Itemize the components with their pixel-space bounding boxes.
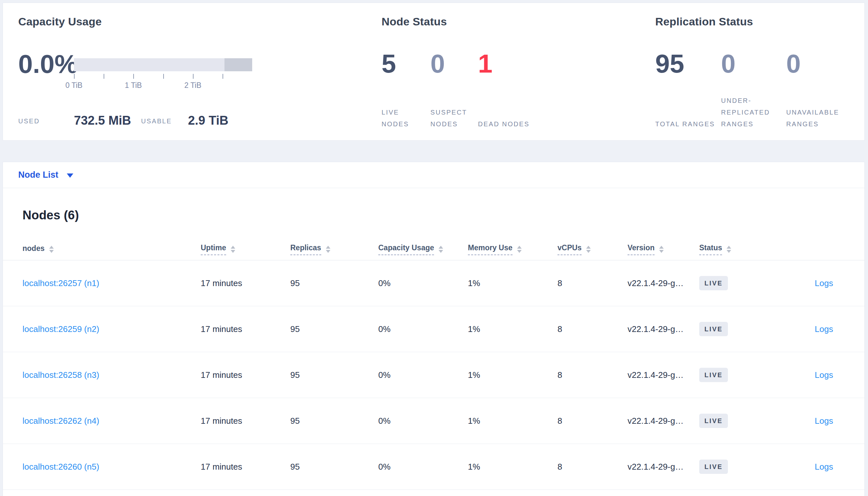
node-cell: localhost:26260 (n5) (3, 462, 201, 472)
node-link[interactable]: localhost:26258 (n3) (23, 370, 99, 380)
replication-status-title: Replication Status (655, 15, 753, 28)
column-header-nodes[interactable]: nodes (3, 244, 201, 254)
total-ranges-stat: 95 TOTAL RANGES (655, 50, 721, 130)
capacity-axis-tick-label: 1 TiB (114, 81, 153, 90)
capacity-usage-cell: 0% (378, 324, 468, 334)
node-link[interactable]: localhost:26262 (n4) (23, 416, 99, 426)
under-replicated-ranges-stat: 0 UNDER-REPLICATED RANGES (721, 50, 786, 130)
uptime-cell: 17 minutes (201, 462, 290, 472)
capacity-axis-tick (223, 74, 223, 79)
sort-icon[interactable] (49, 246, 54, 253)
node-link[interactable]: localhost:26257 (n1) (23, 278, 99, 288)
capacity-bar (74, 58, 252, 71)
status-badge: LIVE (699, 322, 728, 336)
column-header-label: Replicas (290, 244, 321, 255)
capacity-summary: USED 732.5 MiB USABLE 2.9 TiB (18, 113, 344, 129)
node-link[interactable]: localhost:26260 (n5) (23, 462, 99, 471)
uptime-cell: 17 minutes (201, 416, 290, 426)
logs-link[interactable]: Logs (815, 370, 833, 380)
memory-use-cell: 1% (468, 324, 557, 334)
live-nodes-label: LIVE NODES (381, 106, 427, 130)
node-list-dropdown[interactable]: Node List (3, 162, 864, 188)
sort-icon[interactable] (586, 246, 591, 253)
status-badge: LIVE (699, 276, 728, 290)
column-header-status[interactable]: Status (699, 244, 791, 255)
dead-nodes-stat: 1 DEAD NODES (478, 50, 547, 130)
suspect-nodes-label: SUSPECT NODES (430, 106, 475, 130)
total-ranges-label: TOTAL RANGES (655, 118, 718, 130)
suspect-nodes-count: 0 (430, 50, 478, 77)
sort-icon[interactable] (326, 246, 330, 253)
chevron-down-icon (67, 173, 73, 178)
logs-link[interactable]: Logs (815, 462, 833, 471)
sort-icon[interactable] (517, 246, 522, 253)
logs-link[interactable]: Logs (815, 416, 833, 426)
vcpus-cell: 8 (557, 416, 628, 426)
status-cell: LIVE (699, 414, 791, 428)
status-badge: LIVE (699, 368, 728, 382)
version-cell: v22.1.4-29-g… (628, 370, 699, 380)
version-cell: v22.1.4-29-g… (628, 416, 699, 426)
sort-icon[interactable] (438, 246, 443, 253)
logs-cell: Logs (791, 462, 864, 472)
dead-nodes-label: DEAD NODES (478, 118, 543, 130)
logs-link[interactable]: Logs (815, 324, 833, 334)
node-list-dropdown-label: Node List (18, 170, 58, 180)
capacity-usage-cell: 0% (378, 278, 468, 288)
used-label: USED (18, 118, 40, 125)
node-status-stats: 5 LIVE NODES 0 SUSPECT NODES 1 DEAD NODE… (381, 50, 547, 130)
column-header-memory-use[interactable]: Memory Use (468, 244, 557, 255)
column-header-label: Uptime (201, 244, 226, 255)
logs-link[interactable]: Logs (815, 278, 833, 288)
column-header-label: Version (628, 244, 655, 255)
column-header-label: Capacity Usage (378, 244, 434, 255)
capacity-axis-tick (133, 74, 134, 79)
column-header-vcpus[interactable]: vCPUs (557, 244, 628, 255)
live-nodes-stat: 5 LIVE NODES (381, 50, 430, 130)
unavailable-ranges-stat: 0 UNAVAILABLE RANGES (786, 50, 864, 130)
nodes-table-body: localhost:26257 (n1) 17 minutes 95 0% 1%… (3, 260, 864, 490)
node-status-panel: Node Status 5 LIVE NODES 0 SUSPECT NODES… (381, 3, 629, 140)
status-cell: LIVE (699, 322, 791, 336)
column-header-uptime[interactable]: Uptime (201, 244, 290, 255)
capacity-axis-tick (163, 74, 164, 79)
capacity-axis-tick-label: 0 TiB (55, 81, 93, 90)
under-replicated-ranges-count: 0 (721, 50, 786, 77)
column-header-label: Status (699, 244, 722, 255)
capacity-used-percent: 0.0% (18, 51, 77, 77)
column-header-replicas[interactable]: Replicas (290, 244, 378, 255)
node-cell: localhost:26257 (n1) (3, 278, 201, 288)
unavailable-ranges-count: 0 (786, 50, 864, 77)
uptime-cell: 17 minutes (201, 370, 290, 380)
node-link[interactable]: localhost:26259 (n2) (23, 324, 99, 334)
table-row: localhost:26260 (n5) 17 minutes 95 0% 1%… (3, 444, 864, 490)
node-cell: localhost:26259 (n2) (3, 324, 201, 334)
version-cell: v22.1.4-29-g… (628, 462, 699, 472)
capacity-usage-cell: 0% (378, 370, 468, 380)
capacity-usage-cell: 0% (378, 416, 468, 426)
uptime-cell: 17 minutes (201, 324, 290, 334)
replicas-cell: 95 (290, 324, 378, 334)
status-badge: LIVE (699, 414, 728, 428)
sort-icon[interactable] (727, 246, 731, 253)
logs-cell: Logs (791, 324, 864, 334)
sort-icon[interactable] (231, 246, 235, 253)
column-header-capacity-usage[interactable]: Capacity Usage (378, 244, 468, 255)
capacity-bar-reserved-segment (224, 58, 252, 71)
column-header-version[interactable]: Version (628, 244, 699, 255)
logs-cell: Logs (791, 416, 864, 426)
unavailable-ranges-label: UNAVAILABLE RANGES (786, 106, 860, 130)
status-cell: LIVE (699, 460, 791, 474)
vcpus-cell: 8 (557, 324, 628, 334)
sort-icon[interactable] (659, 246, 664, 253)
capacity-axis-tick (193, 74, 194, 79)
replication-status-panel: Replication Status 95 TOTAL RANGES 0 UND… (655, 3, 864, 140)
table-row: localhost:26262 (n4) 17 minutes 95 0% 1%… (3, 398, 864, 444)
node-cell: localhost:26262 (n4) (3, 416, 201, 426)
memory-use-cell: 1% (468, 370, 557, 380)
suspect-nodes-stat: 0 SUSPECT NODES (430, 50, 478, 130)
table-row: localhost:26257 (n1) 17 minutes 95 0% 1%… (3, 260, 864, 306)
vcpus-cell: 8 (557, 278, 628, 288)
memory-use-cell: 1% (468, 278, 557, 288)
vcpus-cell: 8 (557, 370, 628, 380)
